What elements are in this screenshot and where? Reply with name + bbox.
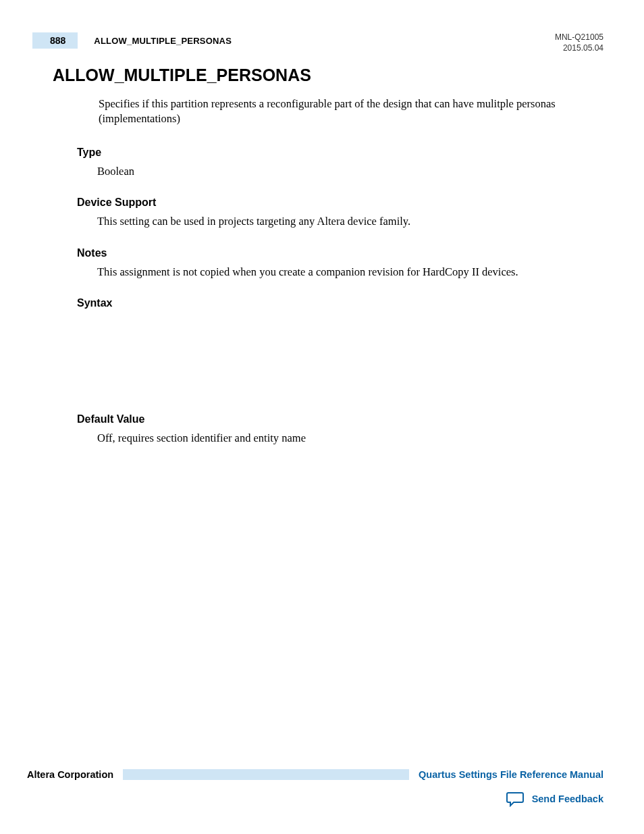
page-title: ALLOW_MULTIPLE_PERSONAS bbox=[53, 66, 603, 85]
section-notes: Notes This assignment is not copied when… bbox=[77, 247, 603, 280]
feedback-row[interactable]: Send Feedback bbox=[27, 791, 603, 807]
doc-id: MNL-Q21005 bbox=[555, 32, 603, 43]
section-body-type: Boolean bbox=[97, 164, 603, 179]
section-heading-notes: Notes bbox=[77, 247, 603, 259]
syntax-body-empty bbox=[77, 315, 603, 396]
page-number-badge: 888 bbox=[32, 32, 78, 49]
header-right: MNL-Q21005 2015.05.04 bbox=[555, 32, 603, 53]
section-body-device-support: This setting can be used in projects tar… bbox=[97, 214, 603, 229]
footer-bar: Altera Corporation Quartus Settings File… bbox=[27, 769, 603, 780]
section-body-default-value: Off, requires section identifier and ent… bbox=[97, 431, 603, 446]
section-syntax: Syntax bbox=[77, 297, 603, 396]
page-header: 888 ALLOW_MULTIPLE_PERSONAS MNL-Q21005 2… bbox=[32, 32, 603, 53]
header-left: 888 ALLOW_MULTIPLE_PERSONAS bbox=[32, 32, 232, 49]
section-heading-syntax: Syntax bbox=[77, 297, 603, 309]
section-heading-default-value: Default Value bbox=[77, 413, 603, 425]
section-heading-device-support: Device Support bbox=[77, 197, 603, 209]
section-device-support: Device Support This setting can be used … bbox=[77, 197, 603, 229]
section-body-notes: This assignment is not copied when you c… bbox=[97, 265, 603, 280]
feedback-link[interactable]: Send Feedback bbox=[532, 793, 603, 804]
doc-date: 2015.05.04 bbox=[555, 43, 603, 54]
section-default-value: Default Value Off, requires section iden… bbox=[77, 413, 603, 446]
manual-link[interactable]: Quartus Settings File Reference Manual bbox=[419, 769, 603, 780]
page-footer: Altera Corporation Quartus Settings File… bbox=[0, 769, 644, 807]
footer-company: Altera Corporation bbox=[27, 769, 123, 780]
section-type: Type Boolean bbox=[77, 147, 603, 179]
breadcrumb: ALLOW_MULTIPLE_PERSONAS bbox=[94, 36, 232, 46]
intro-text: Specifies if this partition represents a… bbox=[99, 97, 583, 127]
comment-icon bbox=[506, 791, 525, 807]
section-heading-type: Type bbox=[77, 147, 603, 159]
